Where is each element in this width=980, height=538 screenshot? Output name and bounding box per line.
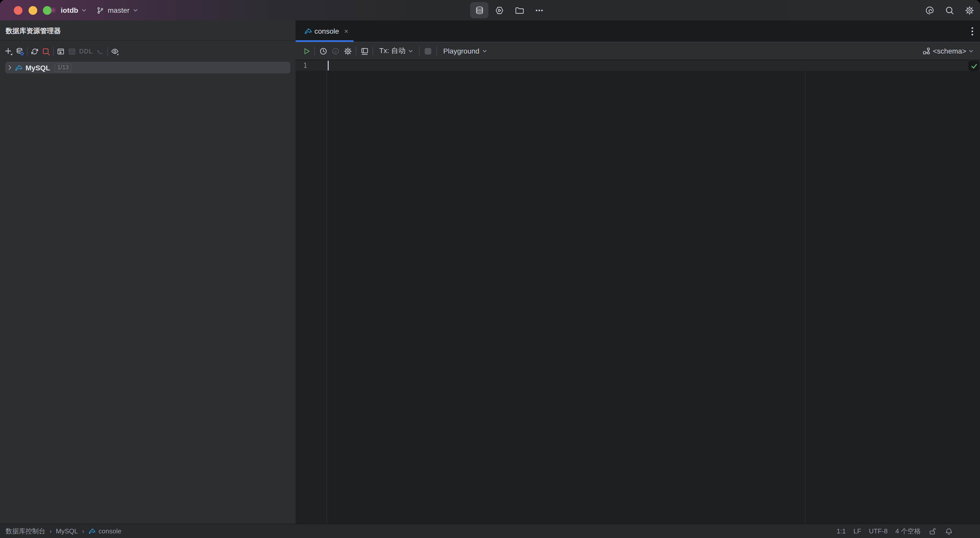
hard-wrap-guide: [805, 60, 805, 524]
open-table-button[interactable]: [66, 46, 78, 57]
playground-label: Playground: [443, 47, 479, 55]
editor-layout-icon: [360, 47, 369, 56]
transaction-mode-label: Tx: 自动: [379, 46, 406, 56]
caret-position-widget[interactable]: 1:1: [837, 527, 846, 535]
gear-icon: [343, 47, 352, 56]
kebab-menu-icon: [971, 27, 974, 35]
tree-item-label: MySQL: [25, 63, 50, 71]
close-window-button[interactable]: [14, 6, 22, 14]
search-everywhere-button[interactable]: [940, 2, 959, 18]
navigate-back-button[interactable]: [94, 46, 106, 57]
datasource-tree: MySQL 1/13: [0, 62, 296, 73]
eye-icon: [111, 47, 119, 56]
tree-item-mysql[interactable]: MySQL 1/13: [5, 62, 290, 73]
more-tools-button[interactable]: [530, 2, 548, 18]
refresh-button[interactable]: [29, 46, 40, 57]
application-window: iotdb master: [0, 0, 980, 538]
no-problems-check-icon: [970, 62, 977, 69]
chevron-down-icon: [482, 49, 487, 53]
database-tool-button[interactable]: [470, 2, 488, 18]
ai-assistant-icon: [924, 5, 934, 15]
unlocked-icon: [928, 527, 937, 535]
parameters-icon: p: [331, 47, 340, 56]
tab-console[interactable]: console ×: [296, 21, 355, 42]
project-icon: [49, 6, 57, 14]
project-widget[interactable]: iotdb: [49, 0, 86, 21]
schema-label: <schema>: [933, 47, 966, 55]
breadcrumb-label: console: [99, 527, 121, 535]
title-bar: iotdb master: [0, 0, 980, 21]
breadcrumb-item[interactable]: console: [88, 527, 121, 535]
run-icon: [302, 47, 310, 56]
run-hexagon-icon: [494, 5, 504, 15]
database-icon: [474, 5, 484, 15]
toolbar-separator: [53, 47, 54, 56]
table-icon: [68, 47, 76, 56]
in-editor-results-button[interactable]: [358, 45, 371, 57]
view-options-button[interactable]: [109, 46, 121, 57]
stop-button[interactable]: [425, 48, 431, 54]
console-settings-button[interactable]: [342, 45, 354, 57]
folder-icon: [514, 5, 524, 15]
line-ending-widget[interactable]: LF: [853, 527, 861, 535]
query-history-button[interactable]: [317, 45, 329, 57]
code-editor[interactable]: 1: [296, 60, 980, 524]
parameters-button[interactable]: p: [329, 45, 342, 57]
playground-dropdown[interactable]: Playground: [439, 47, 491, 55]
tab-label: console: [314, 27, 339, 35]
transaction-mode-dropdown[interactable]: Tx: 自动: [375, 46, 417, 56]
mysql-icon: [304, 27, 312, 35]
project-name: iotdb: [61, 6, 78, 14]
branch-name: master: [108, 6, 130, 14]
explorer-toolbar: DDL: [0, 41, 296, 62]
git-branch-icon: [97, 6, 104, 14]
chevron-right-icon[interactable]: [7, 65, 13, 70]
new-datasource-button[interactable]: [3, 46, 14, 57]
titlebar-right-tools: [920, 2, 978, 18]
text-caret: [328, 61, 329, 70]
project-files-button[interactable]: [510, 2, 528, 18]
tab-options-button[interactable]: [971, 21, 974, 42]
titlebar-center-tools: [470, 2, 548, 18]
schema-dropdown[interactable]: <schema>: [922, 47, 974, 55]
run-button[interactable]: [300, 45, 312, 57]
settings-button[interactable]: [960, 2, 978, 18]
ai-assistant-button[interactable]: [920, 2, 939, 18]
toolbar-separator: [107, 47, 108, 56]
close-tab-icon[interactable]: ×: [344, 27, 348, 35]
breadcrumb-separator: ›: [82, 527, 84, 535]
status-bar-widgets: 1:1 LF UTF-8 4 个空格: [837, 527, 980, 536]
database-explorer-panel: 数据库资源管理器: [0, 21, 296, 524]
gear-icon: [964, 5, 974, 15]
svg-text:p: p: [334, 49, 336, 54]
disconnect-button[interactable]: [40, 46, 52, 57]
editor-gutter: [296, 60, 327, 524]
inspections-widget[interactable]: [968, 61, 980, 71]
jump-to-query-console-button[interactable]: [55, 46, 66, 57]
vcs-branch-widget[interactable]: master: [97, 0, 138, 21]
notifications-button[interactable]: [945, 527, 953, 535]
active-tab-indicator: [296, 40, 354, 42]
breadcrumb: 数据库控制台 › MySQL › console: [0, 527, 121, 536]
readonly-toggle[interactable]: [928, 527, 937, 535]
schema-icon: [922, 47, 930, 55]
navigate-arrow-icon: [96, 47, 104, 56]
breadcrumb-item[interactable]: 数据库控制台: [6, 527, 45, 536]
toolbar-separator: [419, 46, 420, 56]
query-console-icon: [57, 47, 65, 56]
plus-icon: [5, 47, 13, 56]
toolbar-separator: [314, 46, 315, 56]
disconnect-icon: [42, 47, 50, 56]
minimize-window-button[interactable]: [28, 6, 37, 14]
breadcrumb-item[interactable]: MySQL: [56, 527, 78, 535]
window-controls: [14, 6, 52, 14]
indent-widget[interactable]: 4 个空格: [895, 527, 921, 536]
encoding-widget[interactable]: UTF-8: [869, 527, 888, 535]
current-line-highlight: [296, 60, 980, 71]
ddl-label: DDL: [78, 48, 94, 55]
run-widget-button[interactable]: [490, 2, 508, 18]
ellipsis-icon: [534, 5, 544, 15]
ddl-button[interactable]: DDL: [78, 46, 94, 57]
mysql-icon: [15, 63, 23, 71]
data-source-properties-button[interactable]: [14, 46, 25, 57]
